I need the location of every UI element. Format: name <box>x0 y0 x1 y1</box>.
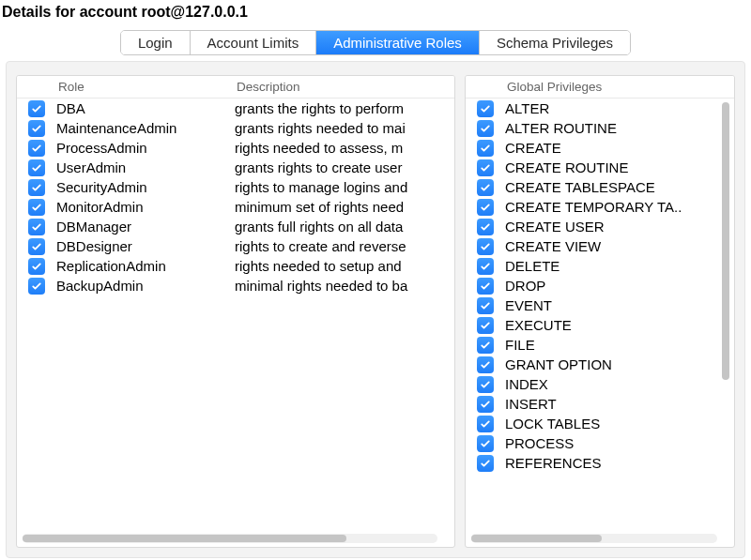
privilege-row[interactable]: EVENT <box>466 295 734 315</box>
tab-schema-privileges[interactable]: Schema Privileges <box>480 31 630 54</box>
checkbox-icon[interactable] <box>477 219 494 235</box>
privilege-checkbox-cell <box>466 120 505 137</box>
roles-horizontal-scrollbar[interactable] <box>23 534 437 543</box>
checkbox-icon[interactable] <box>28 278 45 295</box>
checkbox-icon[interactable] <box>477 376 494 393</box>
privilege-row[interactable]: CREATE TABLESPACE <box>466 177 734 197</box>
checkbox-icon[interactable] <box>477 278 494 295</box>
checkbox-icon[interactable] <box>477 396 494 413</box>
role-name: DBA <box>56 100 235 116</box>
privilege-checkbox-cell <box>466 159 505 176</box>
roles-header-role[interactable]: Role <box>56 80 235 94</box>
privilege-row[interactable]: INSERT <box>466 394 734 414</box>
checkbox-icon[interactable] <box>477 258 494 275</box>
checkbox-icon[interactable] <box>477 238 494 255</box>
checkbox-icon[interactable] <box>477 179 494 196</box>
role-name: SecurityAdmin <box>56 179 235 195</box>
checkbox-icon[interactable] <box>28 199 45 216</box>
role-checkbox-cell <box>17 219 56 235</box>
role-checkbox-cell <box>17 140 56 157</box>
role-name: MonitorAdmin <box>56 199 235 215</box>
roles-header-description[interactable]: Description <box>235 80 454 94</box>
privilege-row[interactable]: CREATE TEMPORARY TA.. <box>466 197 734 217</box>
role-row[interactable]: SecurityAdminrights to manage logins and <box>17 177 454 197</box>
privilege-row[interactable]: LOCK TABLES <box>466 414 734 433</box>
checkbox-icon[interactable] <box>477 416 494 432</box>
checkbox-icon[interactable] <box>28 179 45 196</box>
role-name: ProcessAdmin <box>56 140 235 156</box>
privilege-row[interactable]: PROCESS <box>466 433 734 453</box>
checkbox-icon[interactable] <box>477 356 494 373</box>
privilege-row[interactable]: CREATE <box>466 138 734 158</box>
checkbox-icon[interactable] <box>477 159 494 176</box>
privilege-row[interactable]: FILE <box>466 335 734 355</box>
checkbox-icon[interactable] <box>477 120 494 137</box>
privileges-horizontal-scrollbar[interactable] <box>471 534 717 543</box>
checkbox-icon[interactable] <box>477 435 494 452</box>
privilege-name: REFERENCES <box>505 455 734 471</box>
checkbox-icon[interactable] <box>28 159 45 176</box>
checkbox-icon[interactable] <box>28 100 45 117</box>
role-row[interactable]: MaintenanceAdmingrants rights needed to … <box>17 118 454 138</box>
privilege-checkbox-cell <box>466 337 505 354</box>
privileges-listbox: Global Privileges ALTERALTER ROUTINECREA… <box>465 75 735 548</box>
checkbox-icon[interactable] <box>477 317 494 334</box>
checkbox-icon[interactable] <box>477 199 494 216</box>
checkbox-icon[interactable] <box>28 140 45 157</box>
privilege-row[interactable]: EXECUTE <box>466 315 734 335</box>
privileges-header-label[interactable]: Global Privileges <box>505 80 734 94</box>
tab-administrative-roles[interactable]: Administrative Roles <box>316 31 480 54</box>
role-row[interactable]: DBAgrants the rights to perform <box>17 98 454 118</box>
checkbox-icon[interactable] <box>28 120 45 137</box>
privilege-name: EXECUTE <box>505 317 734 333</box>
role-description: minimum set of rights need <box>235 199 454 215</box>
checkbox-icon[interactable] <box>477 140 494 157</box>
privilege-name: EVENT <box>505 297 734 313</box>
role-row[interactable]: DBManagergrants full rights on all data <box>17 217 454 236</box>
privilege-row[interactable]: GRANT OPTION <box>466 355 734 374</box>
role-row[interactable]: BackupAdminminimal rights needed to ba <box>17 276 454 295</box>
privilege-name: CREATE ROUTINE <box>505 159 734 175</box>
privileges-vertical-scrollbar[interactable] <box>721 102 730 530</box>
role-row[interactable]: UserAdmingrants rights to create user <box>17 158 454 177</box>
tab-account-limits[interactable]: Account Limits <box>191 31 317 54</box>
tab-login[interactable]: Login <box>121 31 191 54</box>
role-row[interactable]: ReplicationAdminrights needed to setup a… <box>17 256 454 276</box>
content-panel: Role Description DBAgrants the rights to… <box>6 61 745 558</box>
privilege-row[interactable]: REFERENCES <box>466 453 734 473</box>
checkbox-icon[interactable] <box>477 100 494 117</box>
checkbox-icon[interactable] <box>477 337 494 354</box>
role-row[interactable]: MonitorAdminminimum set of rights need <box>17 197 454 217</box>
checkbox-icon[interactable] <box>477 455 494 472</box>
checkbox-icon[interactable] <box>28 238 45 255</box>
privilege-checkbox-cell <box>466 416 505 432</box>
role-row[interactable]: ProcessAdminrights needed to assess, m <box>17 138 454 158</box>
checkbox-icon[interactable] <box>28 258 45 275</box>
privilege-checkbox-cell <box>466 238 505 255</box>
privilege-checkbox-cell <box>466 179 505 196</box>
privilege-row[interactable]: DELETE <box>466 256 734 276</box>
privilege-checkbox-cell <box>466 140 505 157</box>
privilege-name: CREATE <box>505 140 734 156</box>
privilege-row[interactable]: CREATE USER <box>466 217 734 236</box>
privilege-row[interactable]: ALTER <box>466 98 734 118</box>
privilege-name: INSERT <box>505 396 734 412</box>
roles-listbox: Role Description DBAgrants the rights to… <box>16 75 455 548</box>
privilege-row[interactable]: INDEX <box>466 374 734 394</box>
privilege-row[interactable]: ALTER ROUTINE <box>466 118 734 138</box>
privilege-checkbox-cell <box>466 100 505 117</box>
privilege-checkbox-cell <box>466 455 505 472</box>
checkbox-icon[interactable] <box>28 219 45 235</box>
privilege-row[interactable]: CREATE ROUTINE <box>466 158 734 177</box>
privilege-checkbox-cell <box>466 435 505 452</box>
privilege-row[interactable]: DROP <box>466 276 734 295</box>
role-row[interactable]: DBDesignerrights to create and reverse <box>17 236 454 256</box>
privilege-name: LOCK TABLES <box>505 416 734 431</box>
role-description: rights to create and reverse <box>235 238 454 254</box>
role-checkbox-cell <box>17 159 56 176</box>
checkbox-icon[interactable] <box>477 297 494 314</box>
role-description: minimal rights needed to ba <box>235 278 454 294</box>
privileges-header: Global Privileges <box>466 76 734 98</box>
privilege-row[interactable]: CREATE VIEW <box>466 236 734 256</box>
role-checkbox-cell <box>17 238 56 255</box>
